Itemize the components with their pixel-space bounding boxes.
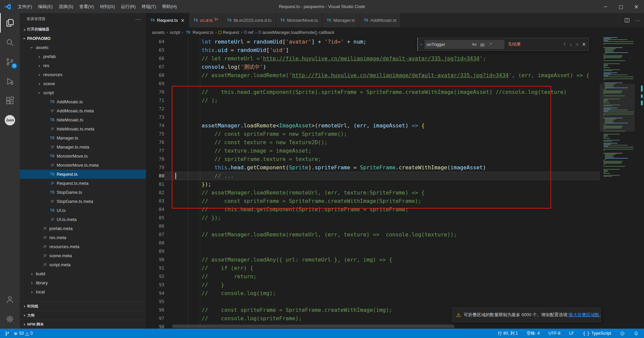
- code-line-92[interactable]: 92 // return;: [146, 272, 600, 281]
- menu-item[interactable]: 帮助(H): [159, 0, 180, 13]
- menu-item[interactable]: 运行(R): [118, 0, 139, 13]
- close-icon[interactable]: ×: [180, 17, 185, 23]
- tab-AddMosaic.ts[interactable]: TSAddMosaic.ts: [359, 13, 401, 27]
- code-line-84[interactable]: 84 // this.head.getComponent(Sprite).spr…: [146, 205, 600, 214]
- breadcrumb-assetManager.loadRemote() callback[interactable]: assetManager.loadRemote() callback: [258, 30, 334, 35]
- whole-word-icon[interactable]: ab: [478, 41, 486, 48]
- split-editor-icon[interactable]: [624, 17, 630, 23]
- more-actions-icon[interactable]: ···: [135, 13, 141, 25]
- outline-section[interactable]: › 大纲: [20, 311, 146, 320]
- explorer-icon[interactable]: [0, 13, 20, 33]
- tab-Request.ts[interactable]: TSRequest.ts×: [146, 13, 189, 27]
- code-line-94[interactable]: 94 // console.log(img);: [146, 289, 600, 297]
- breadcrumb-Request.ts[interactable]: TSRequest.ts: [185, 30, 213, 35]
- run-debug-icon[interactable]: [0, 71, 20, 91]
- tree-item-res[interactable]: ›res: [20, 61, 146, 70]
- code-line-73[interactable]: 73: [146, 113, 600, 121]
- tree-item-prefab.meta[interactable]: prefab.meta: [20, 224, 146, 233]
- workspace-root-section[interactable]: › PAOPAOMO: [20, 34, 146, 43]
- code-line-81[interactable]: 81 });: [146, 180, 600, 188]
- code-line-70[interactable]: 70 // this.head.getComponent(Sprite).spr…: [146, 88, 600, 96]
- notification-toast[interactable]: ⚠ 可折叠区域的数量限制为最多 5000 个。增加配置选项“最大折叠区域数...: [452, 307, 601, 323]
- problems-status[interactable]: ⊗53△0: [12, 329, 34, 338]
- tree-item-build[interactable]: ›build: [20, 269, 146, 278]
- code-line-90[interactable]: 90 // assetManager.loadAny({ url: remote…: [146, 256, 600, 264]
- tree-item-AddMosaic.ts[interactable]: TSAddMosaic.ts: [20, 97, 146, 106]
- cursor-position-status[interactable]: 行 80, 列 1: [497, 329, 520, 338]
- code-line-66[interactable]: 66 // let remoteUrl ='http://file.huyuli…: [146, 54, 600, 63]
- tree-item-hideMosaic.ts[interactable]: TShideMosaic.ts: [20, 115, 146, 124]
- code-line-93[interactable]: 93 // }: [146, 281, 600, 289]
- code-line-69[interactable]: 69: [146, 79, 600, 88]
- horizontal-scrollbar[interactable]: [172, 325, 454, 328]
- tab-cc.d.ts[interactable]: TScc.d.ts9+: [189, 13, 223, 27]
- notifications-bell-icon[interactable]: [632, 329, 640, 338]
- code-line-74[interactable]: 74 assetManager.loadRemote<ImageAsset>(r…: [146, 121, 600, 130]
- tree-item-hideMosaic.ts.meta[interactable]: hideMosaic.ts.meta: [20, 124, 146, 133]
- search-icon[interactable]: [0, 33, 20, 52]
- tree-item-Request.ts[interactable]: TSRequest.ts: [20, 170, 146, 179]
- close-button[interactable]: ×: [629, 0, 644, 13]
- code-line-79[interactable]: 79 this.head.getComponent(Sprite).sprite…: [146, 163, 600, 172]
- match-case-icon[interactable]: Aa: [470, 41, 478, 48]
- maximize-button[interactable]: □: [613, 0, 629, 13]
- tree-item-MonsterMove.ts.meta[interactable]: MonsterMove.ts.meta: [20, 161, 146, 170]
- tree-item-UI.ts[interactable]: TSUI.ts: [20, 206, 146, 215]
- source-control-icon[interactable]: [0, 52, 20, 71]
- account-icon[interactable]: [0, 290, 20, 309]
- tree-item-assets[interactable]: ›assets: [20, 43, 146, 52]
- menu-item[interactable]: 转到(G): [97, 0, 118, 13]
- menu-item[interactable]: 编辑(E): [35, 0, 56, 13]
- find-input[interactable]: [427, 42, 470, 47]
- breadcrumb-script[interactable]: script: [170, 30, 180, 35]
- language-status[interactable]: { }TypeScript: [581, 329, 612, 338]
- tab-MonsterMove.ts[interactable]: TSMonsterMove.ts: [276, 13, 322, 27]
- timeline-section[interactable]: › 时间线: [20, 301, 146, 311]
- tree-item-scene.meta[interactable]: scene.meta: [20, 251, 146, 260]
- code-line-89[interactable]: 89: [146, 247, 600, 256]
- code-line-71[interactable]: 71 // );: [146, 96, 600, 105]
- code-editor[interactable]: 64 let remoteUrl = randomUid['avatar'] +…: [146, 37, 644, 329]
- tree-item-res.meta[interactable]: res.meta: [20, 233, 146, 242]
- json-extension-icon[interactable]: Json: [0, 110, 20, 130]
- tree-item-scene[interactable]: ›scene: [20, 79, 146, 88]
- tree-item-script.meta[interactable]: script.meta: [20, 260, 146, 269]
- tree-item-local[interactable]: ›local: [20, 287, 146, 296]
- menu-item[interactable]: 终端(T): [139, 0, 159, 13]
- menu-item[interactable]: 选择(S): [56, 0, 76, 13]
- code-line-76[interactable]: 76 // const texture = new Texture2D();: [146, 138, 600, 147]
- code-line-82[interactable]: 82 // assetManager.loadRemote(remoteUrl,…: [146, 188, 600, 197]
- breadcrumb-ref[interactable]: ref: [244, 30, 253, 35]
- find-in-selection-icon[interactable]: ≡: [576, 42, 579, 47]
- code-line-72[interactable]: 72: [146, 105, 600, 113]
- more-actions-icon[interactable]: ···: [635, 17, 641, 23]
- tree-item-library[interactable]: ›library: [20, 278, 146, 287]
- settings-gear-icon[interactable]: [0, 309, 20, 329]
- next-match-icon[interactable]: ↓: [569, 42, 573, 47]
- tab-lib.es2015.core.d.ts[interactable]: TSlib.es2015.core.d.ts: [223, 13, 276, 27]
- tree-item-Manager.ts.meta[interactable]: Manager.ts.meta: [20, 143, 146, 152]
- tree-item-StopGame.ts[interactable]: TSStopGame.ts: [20, 188, 146, 197]
- tree-item-resources[interactable]: ›resources: [20, 70, 146, 79]
- minimize-button[interactable]: ─: [598, 0, 613, 13]
- tree-item-script[interactable]: ›script: [20, 88, 146, 97]
- breadcrumb-assets[interactable]: assets: [152, 30, 165, 35]
- tree-item-UI.ts.meta[interactable]: UI.ts.meta: [20, 215, 146, 224]
- code-line-87[interactable]: 87 // assetManager.loadRemote(remoteUrl,…: [146, 230, 600, 239]
- extensions-icon[interactable]: [0, 91, 20, 110]
- code-line-78[interactable]: 78 // spriteFrame.texture = texture;: [146, 155, 600, 163]
- tree-item-Request.ts.meta[interactable]: Request.ts.meta: [20, 179, 146, 188]
- tree-item-AddMosaic.ts.meta[interactable]: AddMosaic.ts.meta: [20, 106, 146, 115]
- code-line-88[interactable]: 88: [146, 239, 600, 247]
- tree-item-Manager.ts[interactable]: TSManager.ts: [20, 133, 146, 143]
- code-line-85[interactable]: 85 // });: [146, 214, 600, 222]
- encoding-status[interactable]: UTF-8: [547, 329, 561, 338]
- regex-icon[interactable]: .*: [486, 41, 494, 48]
- open-editors-section[interactable]: › 打开的编辑器: [20, 25, 146, 34]
- toggle-replace-icon[interactable]: ›: [418, 42, 425, 47]
- tree-item-prefab[interactable]: ›prefab: [20, 52, 146, 61]
- indentation-status[interactable]: 空格: 4: [525, 329, 541, 338]
- tree-item-StopGame.ts.meta[interactable]: StopGame.ts.meta: [20, 197, 146, 206]
- tab-Manager.ts[interactable]: TSManager.ts: [322, 13, 359, 27]
- tree-item-MonsterMove.ts[interactable]: TSMonsterMove.ts: [20, 152, 146, 161]
